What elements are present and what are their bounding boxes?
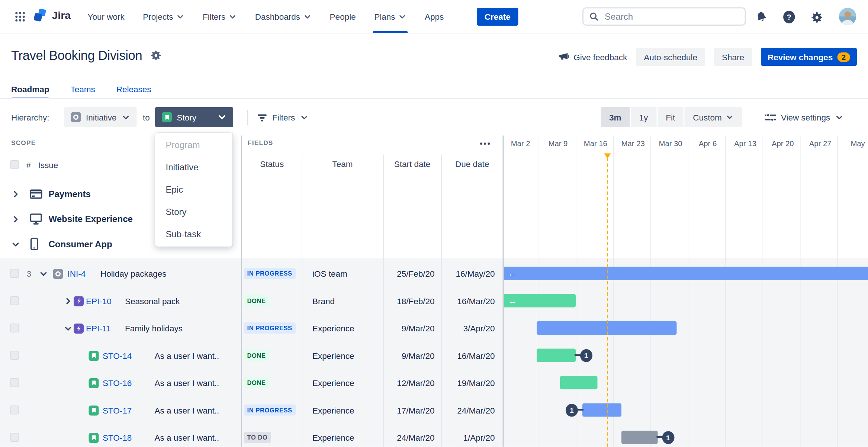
view-settings-button[interactable]: View settings: [765, 104, 844, 131]
jira-logo[interactable]: Jira: [32, 8, 71, 23]
svg-text:?: ?: [787, 13, 791, 21]
chevron-down-icon: [229, 13, 237, 20]
team-cell: Experience: [312, 342, 354, 370]
nav-item-your-work[interactable]: Your work: [88, 0, 125, 33]
chevron-down-icon[interactable]: [64, 315, 73, 342]
issue-key-link[interactable]: EPI-11: [86, 315, 111, 342]
fields-panel-label: FIELDS: [248, 139, 273, 146]
row-checkbox[interactable]: [10, 324, 19, 332]
zoom-option-1y[interactable]: 1y: [631, 107, 656, 127]
nav-item-label: Dashboards: [255, 12, 300, 22]
row-checkbox[interactable]: [10, 406, 19, 415]
nav-item-apps[interactable]: Apps: [425, 0, 444, 33]
chevron-right-icon[interactable]: [11, 189, 20, 198]
dependency-count-badge[interactable]: 1: [662, 431, 674, 444]
row-checkbox[interactable]: [10, 296, 19, 305]
zoom-option-custom[interactable]: Custom: [685, 107, 742, 127]
notifications-icon[interactable]: [755, 11, 768, 25]
team-cell: iOS team: [312, 260, 347, 287]
issue-key-link[interactable]: EPI-10: [86, 287, 112, 315]
give-feedback-button[interactable]: Give feedback: [558, 51, 627, 62]
user-avatar[interactable]: [839, 8, 856, 28]
row-checkbox[interactable]: [10, 433, 19, 442]
story-icon: [162, 112, 172, 122]
plan-tabs: RoadmapTeamsReleases: [0, 78, 868, 99]
nav-item-filters[interactable]: Filters: [203, 0, 237, 33]
row-checkbox[interactable]: [10, 351, 19, 360]
dropdown-option-story[interactable]: Story: [155, 201, 233, 223]
nav-item-plans[interactable]: Plans: [374, 0, 406, 33]
dropdown-option-initiative[interactable]: Initiative: [155, 156, 233, 179]
row-checkbox[interactable]: [10, 269, 19, 278]
review-changes-button[interactable]: Review changes 2: [761, 48, 857, 66]
auto-schedule-button[interactable]: Auto-schedule: [636, 48, 705, 66]
row-checkbox[interactable]: [10, 378, 19, 387]
nav-item-label: Projects: [143, 12, 173, 22]
dropdown-option-epic[interactable]: Epic: [155, 179, 233, 201]
nav-item-people[interactable]: People: [330, 0, 356, 33]
app-switcher-icon[interactable]: [15, 12, 25, 24]
chevron-down-icon: [303, 13, 311, 20]
issue-key-link[interactable]: INI-4: [68, 260, 86, 287]
tab-teams[interactable]: Teams: [71, 78, 95, 99]
scope-panel-label: SCOPE: [11, 139, 36, 146]
search-input[interactable]: [604, 11, 717, 22]
chevron-right-icon[interactable]: [11, 215, 20, 224]
dropdown-option-program: Program: [155, 134, 233, 156]
gantt-bar-sto-16[interactable]: [560, 376, 598, 389]
chevron-down-icon[interactable]: [11, 239, 20, 248]
issue-summary: As a user I want..: [155, 397, 219, 424]
share-button[interactable]: Share: [714, 48, 752, 66]
give-feedback-label: Give feedback: [573, 52, 627, 62]
phone-icon: [30, 238, 39, 251]
create-button[interactable]: Create: [477, 7, 518, 25]
issue-row-ini-4: 3INI-4Holiday packagesIN PROGRESSiOS tea…: [0, 260, 868, 287]
fields-timeline-divider[interactable]: [503, 136, 504, 447]
issue-row-sto-18: STO-18As a user I want..TO DOExperience2…: [0, 424, 868, 447]
settings-gear-icon[interactable]: [811, 11, 824, 26]
tab-releases[interactable]: Releases: [116, 78, 151, 99]
gantt-bar-ini-4[interactable]: ←: [504, 267, 868, 280]
chevron-down-icon: [726, 113, 733, 121]
due-date-cell: 16/Mar/20: [441, 342, 495, 370]
gantt-bar-epi-10[interactable]: ←: [504, 294, 576, 308]
nav-item-dashboards[interactable]: Dashboards: [255, 0, 311, 33]
status-badge: IN PROGRESS: [244, 405, 296, 416]
dependency-count-badge[interactable]: 1: [580, 349, 592, 362]
issue-key-link[interactable]: STO-18: [103, 424, 132, 447]
chevron-down-icon: [300, 113, 309, 122]
filters-label: Filters: [272, 113, 295, 122]
hierarchy-from-select[interactable]: Initiative: [64, 107, 137, 127]
issue-key-link[interactable]: STO-16: [103, 369, 132, 397]
fields-more-button[interactable]: •••: [480, 139, 491, 148]
nav-item-projects[interactable]: Projects: [143, 0, 184, 33]
issue-summary: Holiday packages: [100, 260, 167, 287]
hierarchy-to-select[interactable]: Story: [155, 107, 233, 127]
chevron-down-icon[interactable]: [39, 260, 48, 287]
zoom-option-label: Fit: [666, 112, 675, 122]
zoom-option-fit[interactable]: Fit: [658, 107, 684, 127]
select-all-checkbox[interactable]: [10, 160, 19, 169]
global-search[interactable]: [582, 7, 746, 26]
tab-roadmap[interactable]: Roadmap: [11, 78, 49, 99]
status-badge: DONE: [244, 377, 269, 388]
status-badge: IN PROGRESS: [244, 268, 296, 279]
zoom-option-3m[interactable]: 3m: [601, 107, 630, 127]
scope-fields-divider[interactable]: [241, 136, 242, 447]
gantt-bar-sto-14[interactable]: [537, 349, 576, 362]
nav-item-label: Your work: [88, 12, 125, 22]
chevron-right-icon[interactable]: [64, 287, 73, 315]
issue-key-link[interactable]: STO-14: [103, 342, 132, 370]
help-icon[interactable]: ?: [782, 10, 796, 26]
gantt-bar-sto-17[interactable]: [582, 403, 621, 417]
dependency-count-badge[interactable]: 1: [566, 404, 578, 417]
issue-key-link[interactable]: STO-17: [103, 397, 132, 424]
group-name: Payments: [49, 189, 91, 199]
issue-row-epi-11: EPI-11Family holidaysIN PROGRESSExperien…: [0, 315, 868, 342]
plan-settings-gear-icon[interactable]: [150, 50, 162, 62]
gantt-bar-sto-18[interactable]: [621, 431, 658, 444]
dropdown-option-sub-task[interactable]: Sub-task: [155, 223, 233, 245]
due-date-cell: 16/May/20: [441, 260, 495, 287]
filters-button[interactable]: Filters: [257, 104, 309, 131]
hierarchy-from-value: Initiative: [86, 112, 117, 122]
